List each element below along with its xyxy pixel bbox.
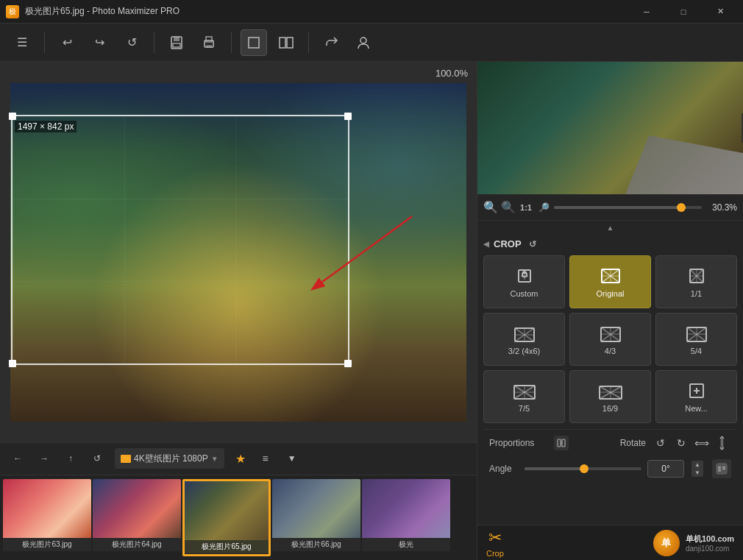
svg-rect-58 bbox=[718, 470, 721, 472]
zoom-slider[interactable] bbox=[554, 206, 702, 209]
crop-handle-tr[interactable] bbox=[344, 113, 352, 120]
section-collapse-button[interactable]: ▲ bbox=[477, 221, 743, 234]
dimension-label: 1497 × 842 px bbox=[15, 121, 77, 132]
zoom-percentage: 30.3% bbox=[709, 202, 737, 213]
crop-custom-icon bbox=[513, 266, 536, 286]
angle-stepper: ▲ ▼ bbox=[692, 461, 703, 477]
svg-rect-8 bbox=[287, 38, 293, 48]
save-button[interactable] bbox=[163, 29, 190, 56]
nav-back-button[interactable]: ← bbox=[6, 447, 29, 470]
folder-selector[interactable]: 4K壁纸图片 1080P ▼ bbox=[115, 448, 224, 469]
svg-rect-1 bbox=[174, 37, 179, 41]
crop-option-label: 16/9 bbox=[602, 404, 618, 413]
bottom-strip: ← → ↑ ↺ 4K壁纸图片 1080P ▼ ★ ≡ ▼ 极光图片63.jpg bbox=[0, 442, 477, 560]
thumbnail-item[interactable]: 极光图片64.jpg bbox=[93, 479, 181, 556]
thumb-label: 极光图片65.jpg bbox=[185, 540, 269, 553]
thumb-image bbox=[362, 479, 450, 538]
crop-option-7-5[interactable]: 7/5 bbox=[483, 370, 565, 423]
rotate-button[interactable]: ↺ bbox=[118, 29, 145, 56]
crop-tool-button[interactable] bbox=[241, 29, 267, 56]
close-button[interactable]: ✕ bbox=[703, 0, 737, 24]
angle-settings-button[interactable] bbox=[712, 459, 731, 478]
folder-dropdown-icon[interactable]: ▼ bbox=[211, 455, 218, 463]
app-icon: 极 bbox=[6, 5, 19, 18]
thumbnail-item-active[interactable]: 极光图片65.jpg bbox=[182, 479, 271, 556]
rotate-ccw-button[interactable]: ↺ bbox=[652, 434, 669, 452]
toolbar-separator bbox=[44, 32, 45, 53]
zoom-slider-thumb[interactable] bbox=[677, 203, 686, 212]
crop-option-16-9[interactable]: 16/9 bbox=[569, 370, 651, 423]
rotate-label: Rotate bbox=[609, 438, 646, 448]
zoom-in-icon[interactable]: 🔍 bbox=[501, 200, 516, 214]
crop-option-label: New... bbox=[685, 404, 708, 413]
crop-option-5-4[interactable]: 5/4 bbox=[655, 313, 737, 366]
main-layout: 100.0% 1497 × 842 px bbox=[0, 62, 743, 560]
thumbnail-item[interactable]: 极光 bbox=[362, 479, 450, 556]
angle-input[interactable] bbox=[647, 460, 684, 478]
thumb-label: 极光 bbox=[362, 538, 450, 551]
maximize-button[interactable]: □ bbox=[666, 0, 700, 24]
svg-rect-52 bbox=[558, 439, 561, 447]
zoom-fit-icon[interactable]: 🔎 bbox=[536, 202, 551, 213]
svg-rect-5 bbox=[206, 45, 212, 48]
print-button[interactable] bbox=[196, 29, 222, 56]
angle-slider-wrap bbox=[525, 461, 641, 476]
zoom-control-bar: 🔍 🔍 1:1 🔎 30.3% bbox=[477, 194, 743, 221]
crop-option-new[interactable]: New... bbox=[655, 370, 737, 423]
angle-down-button[interactable]: ▼ bbox=[692, 469, 703, 477]
split-view-button[interactable] bbox=[273, 29, 299, 56]
view-options-button[interactable]: ▼ bbox=[280, 447, 304, 470]
sort-button[interactable]: ≡ bbox=[254, 447, 277, 470]
nav-bar: ← → ↑ ↺ 4K壁纸图片 1080P ▼ ★ ≡ ▼ bbox=[0, 443, 477, 475]
redo-button[interactable]: ↪ bbox=[86, 29, 113, 56]
nav-up-button[interactable]: ↑ bbox=[59, 447, 82, 470]
crop-option-label: 4/3 bbox=[605, 347, 616, 355]
crop-option-label: 1/1 bbox=[691, 289, 702, 298]
zoom-reset-icon[interactable]: 1:1 bbox=[519, 203, 533, 212]
angle-slider[interactable] bbox=[525, 467, 641, 470]
crop-section-collapse-icon[interactable]: ◀ bbox=[483, 240, 489, 248]
crop-section: ◀ CROP ↺ Custom bbox=[477, 234, 743, 489]
rotate-controls: ↺ ↻ ⟺ ⟺ bbox=[652, 434, 731, 452]
undo-button[interactable]: ↩ bbox=[54, 29, 80, 56]
menu-button[interactable]: ☰ bbox=[9, 29, 35, 56]
minimize-button[interactable]: ─ bbox=[630, 0, 664, 24]
zoom-out-icon[interactable]: 🔍 bbox=[483, 200, 498, 214]
flip-h-button[interactable]: ⟺ bbox=[693, 434, 711, 452]
favorite-button[interactable]: ★ bbox=[230, 448, 251, 469]
angle-slider-thumb[interactable] bbox=[580, 464, 589, 473]
angle-up-button[interactable]: ▲ bbox=[692, 461, 703, 469]
rotate-cw-button[interactable]: ↻ bbox=[672, 434, 690, 452]
folder-icon bbox=[121, 455, 131, 463]
crop-handle-br[interactable] bbox=[344, 360, 352, 367]
crop-handle-bl[interactable] bbox=[9, 360, 16, 367]
crop-option-3-2[interactable]: 3/2 (4x6) bbox=[483, 313, 565, 366]
crop-new-icon bbox=[685, 380, 708, 401]
brand-tagline: danji100.com bbox=[686, 545, 734, 553]
nav-refresh-button[interactable]: ↺ bbox=[85, 447, 109, 470]
svg-rect-2 bbox=[173, 43, 180, 47]
crop-frame[interactable] bbox=[11, 115, 349, 365]
crop-option-custom[interactable]: Custom bbox=[483, 255, 565, 308]
crop-apply-label: Crop bbox=[486, 549, 504, 558]
share-button[interactable] bbox=[318, 29, 344, 56]
brand-circle: 单 bbox=[653, 530, 680, 556]
crop-option-original[interactable]: Original bbox=[569, 255, 651, 308]
flip-v-button[interactable]: ⟺ bbox=[714, 434, 731, 452]
angle-row: Angle ▲ ▼ bbox=[483, 456, 737, 484]
crop-option-label: Original bbox=[597, 289, 625, 298]
canvas-content[interactable]: 100.0% 1497 × 842 px bbox=[0, 62, 477, 442]
crop-option-4-3[interactable]: 4/3 bbox=[569, 313, 651, 366]
thumbnail-item[interactable]: 极光图片63.jpg bbox=[3, 479, 91, 556]
crop-reset-button[interactable]: ↺ bbox=[529, 239, 536, 249]
brand-logo: 单 单机100.com danji100.com bbox=[653, 530, 734, 556]
proportions-link-button[interactable] bbox=[554, 436, 569, 450]
thumbnail-item[interactable]: 极光图片66.jpg bbox=[272, 479, 360, 556]
account-button[interactable] bbox=[350, 29, 377, 56]
crop-handle-tl[interactable] bbox=[9, 113, 16, 120]
window-title: 极光图片65.jpg - Photo Maximizer PRO bbox=[25, 5, 630, 18]
crop-apply-button[interactable]: ✂ Crop bbox=[486, 528, 504, 558]
crop-16-9-icon bbox=[599, 380, 622, 401]
nav-forward-button[interactable]: → bbox=[32, 447, 56, 470]
crop-option-1-1[interactable]: 1/1 bbox=[655, 255, 737, 308]
